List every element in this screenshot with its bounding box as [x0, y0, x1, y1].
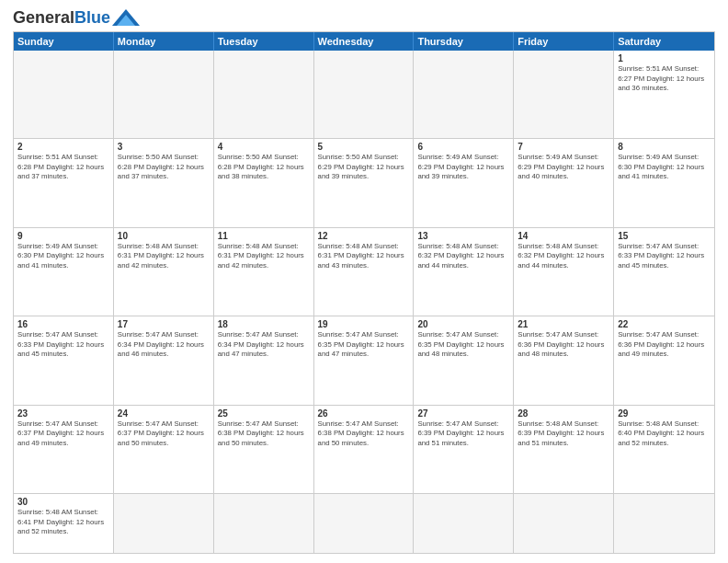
day-info-4-4: Sunrise: 5:47 AM Sunset: 6:39 PM Dayligh…: [417, 419, 509, 449]
day-info-4-1: Sunrise: 5:47 AM Sunset: 6:37 PM Dayligh…: [118, 419, 210, 449]
header-friday: Friday: [514, 32, 614, 51]
cell-0-3: [314, 51, 415, 138]
cell-2-6: 15Sunrise: 5:47 AM Sunset: 6:33 PM Dayli…: [614, 228, 714, 316]
cell-2-5: 14Sunrise: 5:48 AM Sunset: 6:32 PM Dayli…: [514, 228, 614, 316]
cell-1-1: 3Sunrise: 5:50 AM Sunset: 6:28 PM Daylig…: [114, 139, 214, 226]
cell-2-0: 9Sunrise: 5:49 AM Sunset: 6:30 PM Daylig…: [14, 228, 114, 316]
cell-2-2: 11Sunrise: 5:48 AM Sunset: 6:31 PM Dayli…: [214, 228, 314, 316]
cell-4-3: 26Sunrise: 5:47 AM Sunset: 6:38 PM Dayli…: [314, 406, 415, 493]
header-saturday: Saturday: [614, 32, 714, 51]
logo-general: General: [13, 8, 74, 27]
cell-5-4: [414, 494, 514, 553]
cell-5-6: [614, 494, 714, 553]
day-info-5-0: Sunrise: 5:48 AM Sunset: 6:41 PM Dayligh…: [17, 508, 109, 537]
day-num-0-6: 1: [618, 53, 711, 63]
day-num-2-4: 13: [417, 231, 509, 241]
cell-1-6: 8Sunrise: 5:49 AM Sunset: 6:30 PM Daylig…: [614, 139, 714, 226]
cell-0-1: [114, 51, 214, 138]
cell-3-2: 18Sunrise: 5:47 AM Sunset: 6:34 PM Dayli…: [214, 316, 314, 404]
cell-4-0: 23Sunrise: 5:47 AM Sunset: 6:37 PM Dayli…: [14, 406, 114, 493]
day-info-3-2: Sunrise: 5:47 AM Sunset: 6:34 PM Dayligh…: [218, 330, 310, 360]
cell-0-6: 1Sunrise: 5:51 AM Sunset: 6:27 PM Daylig…: [614, 51, 714, 138]
cell-1-5: 7Sunrise: 5:49 AM Sunset: 6:29 PM Daylig…: [514, 139, 614, 226]
day-num-2-2: 11: [218, 231, 310, 241]
week-row-5: 30Sunrise: 5:48 AM Sunset: 6:41 PM Dayli…: [14, 493, 714, 553]
day-num-3-3: 19: [318, 319, 410, 329]
day-info-3-1: Sunrise: 5:47 AM Sunset: 6:34 PM Dayligh…: [118, 330, 210, 360]
cell-1-3: 5Sunrise: 5:50 AM Sunset: 6:29 PM Daylig…: [314, 139, 415, 226]
day-num-1-2: 4: [218, 142, 310, 152]
day-num-4-4: 27: [417, 408, 509, 419]
cell-4-4: 27Sunrise: 5:47 AM Sunset: 6:39 PM Dayli…: [414, 406, 514, 493]
cell-0-0: [14, 51, 114, 138]
day-info-2-4: Sunrise: 5:48 AM Sunset: 6:32 PM Dayligh…: [417, 242, 509, 271]
cell-5-2: [214, 494, 314, 553]
day-num-3-2: 18: [218, 319, 310, 329]
cell-0-2: [214, 51, 314, 138]
day-num-2-6: 15: [618, 231, 711, 241]
header: GeneralBlue: [13, 9, 715, 26]
week-row-0: 1Sunrise: 5:51 AM Sunset: 6:27 PM Daylig…: [14, 51, 714, 138]
cell-0-4: [414, 51, 514, 138]
day-num-2-3: 12: [318, 231, 410, 241]
day-num-1-6: 8: [618, 142, 711, 152]
day-info-2-5: Sunrise: 5:48 AM Sunset: 6:32 PM Dayligh…: [518, 242, 609, 271]
day-num-4-3: 26: [318, 408, 410, 419]
day-num-2-0: 9: [17, 231, 109, 241]
day-info-1-5: Sunrise: 5:49 AM Sunset: 6:29 PM Dayligh…: [518, 153, 609, 182]
day-info-4-6: Sunrise: 5:48 AM Sunset: 6:40 PM Dayligh…: [618, 419, 711, 449]
day-info-4-0: Sunrise: 5:47 AM Sunset: 6:37 PM Dayligh…: [17, 419, 109, 449]
cell-3-6: 22Sunrise: 5:47 AM Sunset: 6:36 PM Dayli…: [614, 316, 714, 404]
day-info-4-2: Sunrise: 5:47 AM Sunset: 6:38 PM Dayligh…: [218, 419, 310, 449]
day-info-1-6: Sunrise: 5:49 AM Sunset: 6:30 PM Dayligh…: [618, 153, 711, 182]
day-num-4-1: 24: [118, 408, 210, 419]
day-num-4-0: 23: [17, 408, 109, 419]
day-num-1-4: 6: [417, 142, 509, 152]
logo-area: GeneralBlue: [13, 9, 140, 26]
week-row-1: 2Sunrise: 5:51 AM Sunset: 6:28 PM Daylig…: [14, 138, 714, 226]
day-num-1-5: 7: [518, 142, 609, 152]
day-info-3-5: Sunrise: 5:47 AM Sunset: 6:36 PM Dayligh…: [518, 330, 609, 360]
day-num-4-5: 28: [518, 408, 609, 419]
page: GeneralBlue Sunday Monday Tuesday Wednes…: [0, 0, 728, 563]
day-info-2-0: Sunrise: 5:49 AM Sunset: 6:30 PM Dayligh…: [17, 242, 109, 271]
cell-1-0: 2Sunrise: 5:51 AM Sunset: 6:28 PM Daylig…: [14, 139, 114, 226]
cell-1-2: 4Sunrise: 5:50 AM Sunset: 6:28 PM Daylig…: [214, 139, 314, 226]
day-num-1-3: 5: [318, 142, 410, 152]
day-num-1-0: 2: [17, 142, 109, 152]
cell-3-1: 17Sunrise: 5:47 AM Sunset: 6:34 PM Dayli…: [114, 316, 214, 404]
day-num-4-2: 25: [218, 408, 310, 419]
cell-3-4: 20Sunrise: 5:47 AM Sunset: 6:35 PM Dayli…: [414, 316, 514, 404]
day-info-2-6: Sunrise: 5:47 AM Sunset: 6:33 PM Dayligh…: [618, 242, 711, 271]
day-info-3-3: Sunrise: 5:47 AM Sunset: 6:35 PM Dayligh…: [318, 330, 410, 360]
day-num-3-4: 20: [417, 319, 509, 329]
cell-5-1: [114, 494, 214, 553]
week-row-3: 16Sunrise: 5:47 AM Sunset: 6:33 PM Dayli…: [14, 316, 714, 404]
calendar-body: 1Sunrise: 5:51 AM Sunset: 6:27 PM Daylig…: [14, 51, 714, 553]
header-tuesday: Tuesday: [214, 32, 314, 51]
calendar: Sunday Monday Tuesday Wednesday Thursday…: [13, 31, 715, 554]
cell-4-6: 29Sunrise: 5:48 AM Sunset: 6:40 PM Dayli…: [614, 406, 714, 493]
day-info-1-1: Sunrise: 5:50 AM Sunset: 6:28 PM Dayligh…: [118, 153, 210, 182]
day-num-1-1: 3: [118, 142, 210, 152]
cell-5-5: [514, 494, 614, 553]
cell-5-0: 30Sunrise: 5:48 AM Sunset: 6:41 PM Dayli…: [14, 494, 114, 553]
cell-3-5: 21Sunrise: 5:47 AM Sunset: 6:36 PM Dayli…: [514, 316, 614, 404]
day-info-2-2: Sunrise: 5:48 AM Sunset: 6:31 PM Dayligh…: [218, 242, 310, 271]
day-info-0-6: Sunrise: 5:51 AM Sunset: 6:27 PM Dayligh…: [618, 64, 711, 94]
cell-2-3: 12Sunrise: 5:48 AM Sunset: 6:31 PM Dayli…: [314, 228, 415, 316]
day-num-2-1: 10: [118, 231, 210, 241]
day-num-4-6: 29: [618, 408, 711, 419]
day-num-5-0: 30: [17, 497, 109, 507]
logo-blue: Blue: [74, 8, 110, 27]
cell-3-3: 19Sunrise: 5:47 AM Sunset: 6:35 PM Dayli…: [314, 316, 415, 404]
day-num-3-0: 16: [17, 319, 109, 329]
cell-2-1: 10Sunrise: 5:48 AM Sunset: 6:31 PM Dayli…: [114, 228, 214, 316]
logo-text: GeneralBlue: [13, 9, 110, 26]
cell-0-5: [514, 51, 614, 138]
day-num-3-6: 22: [618, 319, 711, 329]
cell-4-1: 24Sunrise: 5:47 AM Sunset: 6:37 PM Dayli…: [114, 406, 214, 493]
calendar-header: Sunday Monday Tuesday Wednesday Thursday…: [14, 32, 714, 51]
header-thursday: Thursday: [414, 32, 514, 51]
day-info-3-0: Sunrise: 5:47 AM Sunset: 6:33 PM Dayligh…: [17, 330, 109, 360]
